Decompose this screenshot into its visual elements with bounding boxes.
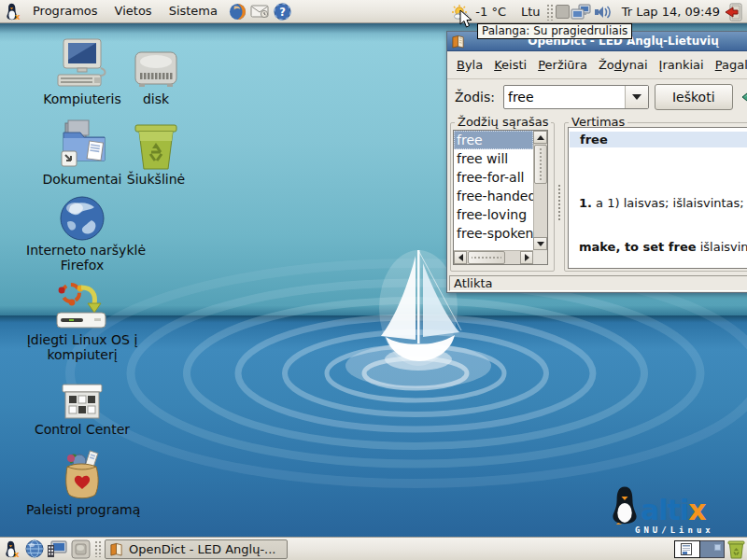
wordlist-item[interactable]: free-handed [454, 187, 533, 205]
volume-icon[interactable] [593, 2, 613, 22]
word-input[interactable] [504, 86, 625, 108]
horizontal-scrollbar[interactable] [454, 250, 533, 264]
gnu-linux-subtitle: GNU/Linux [635, 525, 747, 535]
menu-perziura[interactable]: Peržiūra [532, 58, 593, 72]
opendict-window: OpenDict - LED Anglų-Lietuvių Byla Keist… [446, 31, 747, 293]
system-tray: -1 °C Ltu Tr Lap 14, 0 [449, 0, 747, 23]
firefox-icon[interactable] [227, 1, 247, 21]
desktop-icon-control-center[interactable]: Control Center [26, 381, 138, 437]
menu-sistema[interactable]: Sistema [161, 0, 226, 23]
scroll-right-button[interactable] [520, 251, 533, 264]
tray-applet-icon[interactable] [556, 5, 570, 19]
svg-text:?: ? [279, 5, 286, 18]
clock[interactable]: Tr Lap 14, 09:49 [618, 5, 724, 19]
desktop-icon-firefox[interactable]: Interneto naršyklė Firefox [26, 192, 138, 273]
search-button[interactable]: Ieškoti [655, 84, 733, 110]
multimedia-launcher-icon[interactable] [47, 539, 67, 559]
chevron-down-icon [632, 94, 641, 100]
logout-door-icon[interactable] [725, 2, 745, 22]
desktop-icon-disk[interactable]: disk [111, 35, 201, 106]
horizontal-scroll-thumb[interactable] [468, 251, 505, 264]
taskbar-trash-icon[interactable] [727, 540, 745, 560]
desktop-icon-siuksline[interactable]: Šiukšlinė [111, 118, 201, 187]
applet-handle[interactable] [546, 4, 554, 21]
mail-icon[interactable] [249, 1, 270, 21]
translation-headword: free [570, 132, 747, 147]
wordlist-item[interactable]: free-loving [454, 205, 533, 224]
desktop-icon-paleisti-programa[interactable]: Paleisti programą [26, 448, 138, 517]
vertical-scrollbar[interactable] [533, 131, 547, 250]
pane-splitter[interactable] [556, 130, 563, 265]
word-label: Žodis: [455, 90, 495, 105]
install-os-icon [26, 280, 138, 332]
web-browser-icon [26, 192, 138, 243]
translation-view[interactable]: free 1. a 1) laisvas; išlaisvintas; t ma… [568, 127, 747, 269]
penguin-icon [609, 485, 641, 525]
baltix-show-menu-icon[interactable]: x [2, 539, 22, 559]
web-globe-launcher-icon[interactable] [24, 539, 45, 559]
menu-keisti[interactable]: Keisti [488, 58, 532, 72]
workspace-2[interactable] [699, 541, 724, 557]
show-desktop-button[interactable] [69, 539, 92, 559]
remote-screens-icon[interactable] [571, 2, 591, 22]
mouse-cursor [459, 9, 472, 33]
workspace-1[interactable] [675, 541, 699, 557]
menu-irankiai[interactable]: Įrankiai [654, 58, 710, 72]
statusbar: Atlikta [447, 273, 747, 293]
harddisk-icon [111, 35, 201, 91]
trash-icon [111, 118, 201, 172]
wordlist: free free will free-for-all free-handed … [453, 130, 548, 265]
keyboard-layout-indicator[interactable]: Ltu [517, 5, 544, 19]
opendict-toolbar: Žodis: Ieškoti [447, 79, 747, 114]
weather-temperature[interactable]: -1 °C [472, 5, 510, 19]
mini-window-icon [681, 543, 692, 558]
help-icon[interactable]: ? [272, 1, 292, 21]
desktop: alti x GNU/Linux Kompiuteris [0, 0, 747, 560]
status-text: Atlikta [449, 275, 747, 291]
baltix-menu-icon[interactable]: x [3, 1, 23, 21]
workspace-switcher [674, 540, 725, 558]
opendict-book-icon[interactable] [451, 35, 465, 49]
baltix-name: alti [641, 497, 688, 525]
menu-vietos[interactable]: Vietos [106, 0, 161, 23]
wordlist-viewport: free free will free-for-all free-handed … [454, 131, 533, 250]
wordlist-item[interactable]: free-spoken [454, 224, 533, 243]
opendict-menubar: Byla Keisti Peržiūra Žodynai Įrankiai Pa… [447, 51, 747, 79]
opendict-book-icon [109, 542, 123, 556]
combo-dropdown-button[interactable] [625, 86, 648, 108]
desktop-icon-idiegti-linux[interactable]: Įdiegti Linux OS į kompiuterį [26, 280, 138, 362]
wordlist-item[interactable]: free-for-all [454, 168, 533, 187]
baltix-logo: alti x GNU/Linux [609, 485, 747, 534]
taskbar-window-button[interactable]: OpenDict - LED Anglų-... [105, 539, 288, 559]
translation-text: 1. a 1) laisvas; išlaisvintas; t make, t… [579, 167, 747, 269]
tasklist-handle[interactable] [94, 540, 102, 557]
vertical-scroll-thumb[interactable] [534, 145, 547, 184]
scroll-down-button[interactable] [533, 237, 547, 250]
word-combobox [503, 85, 649, 109]
wordlist-item[interactable]: free [454, 131, 533, 149]
svg-text:x: x [15, 11, 21, 21]
menu-zodynai[interactable]: Žodynai [593, 58, 654, 72]
svg-text:x: x [14, 549, 20, 558]
baltix-name-x: x [688, 497, 705, 525]
top-panel: x Programos Vietos Sistema [0, 0, 747, 23]
run-program-icon [26, 448, 138, 502]
menu-pagalba[interactable]: Pagalba [710, 58, 747, 72]
menu-byla[interactable]: Byla [451, 58, 488, 72]
weather-tooltip: Palanga: Su pragiedruliais [477, 23, 632, 39]
back-arrow-button[interactable] [741, 88, 747, 106]
bottom-taskbar: x [0, 537, 747, 560]
menu-programos[interactable]: Programos [24, 0, 106, 23]
wordlist-item[interactable]: free will [454, 149, 533, 168]
scroll-left-button[interactable] [454, 251, 467, 264]
control-center-icon [26, 381, 138, 422]
back-arrow-icon [741, 88, 747, 106]
scroll-up-button[interactable] [533, 131, 547, 144]
